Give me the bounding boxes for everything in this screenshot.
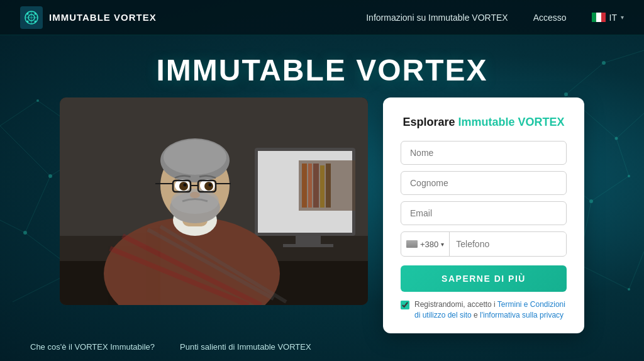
form-title: Esplorare Immutable VORTEX bbox=[401, 115, 567, 130]
svg-point-80 bbox=[204, 182, 213, 191]
navbar: IMMUTABLE VORTEX Informazioni su Immutab… bbox=[0, 0, 644, 35]
cognome-input[interactable] bbox=[401, 171, 567, 195]
email-input[interactable] bbox=[401, 201, 567, 225]
phone-flag-icon bbox=[406, 240, 418, 248]
svg-point-88 bbox=[190, 192, 200, 198]
nav-access-link[interactable]: Accesso bbox=[533, 13, 567, 23]
nav-info-link[interactable]: Informazioni su Immutable VORTEX bbox=[366, 13, 508, 23]
chevron-down-icon: ▾ bbox=[621, 14, 624, 21]
flag-italy-icon bbox=[592, 13, 606, 22]
svg-point-81 bbox=[184, 184, 187, 187]
cognome-group bbox=[401, 171, 567, 195]
hero-title: IMMUTABLE VORTEX bbox=[0, 53, 644, 87]
registration-form-card: Esplorare Immutable VORTEX +380 ▾ SAPERN bbox=[383, 97, 584, 333]
bottom-nav: Che cos'è il VORTEX Immutabile? Punti sa… bbox=[0, 333, 644, 352]
nav-links: Informazioni su Immutable VORTEX Accesso… bbox=[366, 13, 624, 23]
nome-group bbox=[401, 141, 567, 165]
svg-rect-63 bbox=[320, 165, 325, 208]
phone-group: +380 ▾ bbox=[401, 231, 567, 257]
svg-rect-49 bbox=[592, 13, 596, 22]
svg-point-48 bbox=[35, 20, 36, 22]
hero-section: IMMUTABLE VORTEX bbox=[0, 35, 644, 97]
svg-rect-61 bbox=[308, 164, 312, 208]
svg-rect-50 bbox=[596, 13, 601, 22]
svg-rect-58 bbox=[283, 244, 333, 247]
form-title-highlight: Immutable VORTEX bbox=[458, 116, 565, 128]
nome-input[interactable] bbox=[401, 141, 567, 165]
form-title-static: Esplorare bbox=[402, 116, 455, 128]
lang-label: IT bbox=[609, 13, 617, 23]
svg-rect-51 bbox=[601, 13, 606, 22]
phone-dropdown-icon: ▾ bbox=[441, 241, 444, 248]
terms-link2[interactable]: l'informativa sulla privacy bbox=[480, 311, 564, 319]
phone-flag-selector[interactable]: +380 ▾ bbox=[401, 232, 450, 256]
hero-image bbox=[60, 97, 368, 305]
brand-name: IMMUTABLE VORTEX bbox=[49, 12, 157, 23]
svg-rect-62 bbox=[313, 164, 319, 208]
svg-point-45 bbox=[27, 13, 29, 14]
svg-point-74 bbox=[164, 140, 226, 175]
svg-point-46 bbox=[35, 13, 36, 14]
svg-rect-60 bbox=[302, 164, 307, 208]
terms-text: Registrandomi, accetto i Termini e Condi… bbox=[414, 299, 567, 321]
submit-button[interactable]: SAPERNE DI PIÙ bbox=[401, 265, 567, 292]
svg-point-82 bbox=[209, 184, 212, 187]
submit-label: SAPERNE DI PIÙ bbox=[441, 274, 526, 284]
phone-code: +380 bbox=[420, 240, 438, 249]
terms-row: Registrandomi, accetto i Termini e Condi… bbox=[401, 299, 567, 321]
phone-input[interactable] bbox=[450, 233, 567, 255]
main-content: Esplorare Immutable VORTEX +380 ▾ SAPERN bbox=[0, 97, 644, 333]
svg-point-47 bbox=[27, 20, 29, 22]
bottom-link-0[interactable]: Che cos'è il VORTEX Immutabile? bbox=[30, 342, 155, 352]
svg-rect-57 bbox=[296, 236, 321, 245]
svg-rect-64 bbox=[326, 164, 331, 208]
nav-language[interactable]: IT ▾ bbox=[592, 13, 624, 23]
terms-checkbox[interactable] bbox=[401, 301, 409, 309]
email-group bbox=[401, 201, 567, 225]
hero-image-card bbox=[60, 97, 368, 305]
phone-row: +380 ▾ bbox=[401, 231, 567, 257]
bottom-link-1[interactable]: Punti salienti di Immutable VORTEX bbox=[180, 342, 311, 352]
brand-icon bbox=[20, 6, 43, 29]
svg-point-79 bbox=[179, 182, 188, 191]
brand-logo-area: IMMUTABLE VORTEX bbox=[20, 6, 157, 29]
